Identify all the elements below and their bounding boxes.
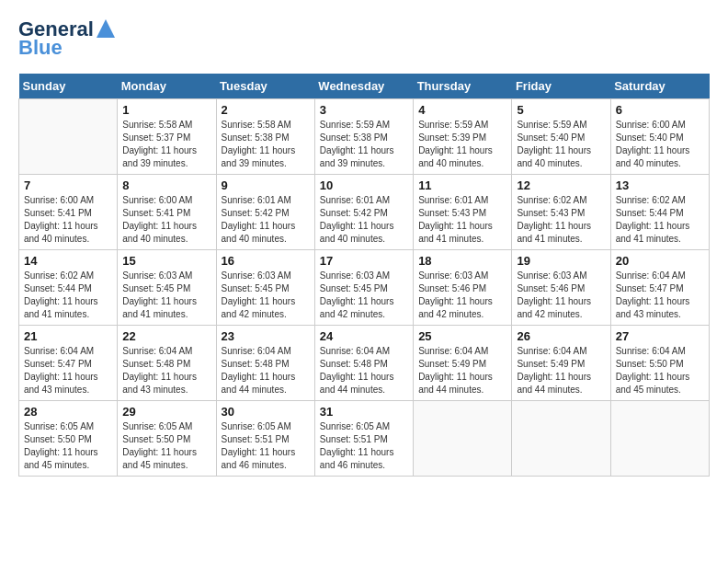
day-number: 13 [616, 178, 704, 192]
day-info: Sunrise: 6:03 AMSunset: 5:46 PMDaylight:… [517, 270, 605, 321]
day-number: 27 [616, 329, 704, 343]
day-number: 6 [616, 103, 704, 117]
day-info: Sunrise: 5:59 AMSunset: 5:40 PMDaylight:… [517, 119, 605, 170]
day-number: 26 [517, 329, 605, 343]
calendar-cell: 22Sunrise: 6:04 AMSunset: 5:48 PMDayligh… [118, 326, 216, 401]
day-number: 3 [320, 103, 408, 117]
day-info: Sunrise: 6:04 AMSunset: 5:47 PMDaylight:… [24, 345, 112, 396]
logo-triangle-icon [97, 19, 115, 38]
calendar-cell: 26Sunrise: 6:04 AMSunset: 5:49 PMDayligh… [512, 326, 610, 401]
calendar-cell: 3Sunrise: 5:59 AMSunset: 5:38 PMDaylight… [314, 99, 413, 175]
day-info: Sunrise: 6:04 AMSunset: 5:49 PMDaylight:… [418, 345, 506, 396]
header-saturday: Saturday [610, 74, 709, 99]
header-wednesday: Wednesday [314, 74, 413, 99]
day-number: 18 [418, 254, 506, 268]
calendar-cell: 23Sunrise: 6:04 AMSunset: 5:48 PMDayligh… [216, 326, 314, 401]
calendar-cell: 28Sunrise: 6:05 AMSunset: 5:50 PMDayligh… [19, 401, 118, 477]
day-info: Sunrise: 6:05 AMSunset: 5:51 PMDaylight:… [320, 420, 408, 472]
day-number: 23 [222, 329, 310, 343]
calendar-cell: 1Sunrise: 5:58 AMSunset: 5:37 PMDaylight… [118, 99, 216, 175]
day-number: 5 [517, 103, 605, 117]
day-number: 15 [122, 254, 210, 268]
header-thursday: Thursday [414, 74, 512, 99]
calendar-cell [512, 401, 610, 477]
header-sunday: Sunday [19, 74, 118, 99]
day-info: Sunrise: 6:05 AMSunset: 5:50 PMDaylight:… [24, 420, 112, 472]
calendar-cell: 19Sunrise: 6:03 AMSunset: 5:46 PMDayligh… [512, 250, 610, 326]
day-number: 28 [24, 405, 112, 419]
day-info: Sunrise: 6:04 AMSunset: 5:50 PMDaylight:… [616, 345, 704, 396]
calendar-week-row: 21Sunrise: 6:04 AMSunset: 5:47 PMDayligh… [19, 326, 710, 401]
day-info: Sunrise: 6:03 AMSunset: 5:45 PMDaylight:… [222, 270, 310, 321]
day-number: 31 [320, 405, 408, 419]
calendar-cell: 4Sunrise: 5:59 AMSunset: 5:39 PMDaylight… [414, 99, 512, 175]
day-number: 29 [122, 405, 210, 419]
day-info: Sunrise: 6:04 AMSunset: 5:49 PMDaylight:… [517, 345, 605, 396]
day-number: 11 [418, 178, 506, 192]
day-info: Sunrise: 6:04 AMSunset: 5:48 PMDaylight:… [222, 345, 310, 396]
calendar-cell [414, 401, 512, 477]
calendar-cell: 14Sunrise: 6:02 AMSunset: 5:44 PMDayligh… [19, 250, 118, 326]
day-number: 1 [122, 103, 210, 117]
day-number: 22 [122, 329, 210, 343]
calendar-cell: 12Sunrise: 6:02 AMSunset: 5:43 PMDayligh… [512, 175, 610, 250]
calendar-cell: 7Sunrise: 6:00 AMSunset: 5:41 PMDaylight… [19, 175, 118, 250]
header-tuesday: Tuesday [216, 74, 314, 99]
calendar-week-row: 28Sunrise: 6:05 AMSunset: 5:50 PMDayligh… [19, 401, 710, 477]
day-info: Sunrise: 6:00 AMSunset: 5:40 PMDaylight:… [616, 119, 704, 170]
day-number: 30 [222, 405, 310, 419]
calendar-cell: 13Sunrise: 6:02 AMSunset: 5:44 PMDayligh… [610, 175, 709, 250]
calendar-cell: 17Sunrise: 6:03 AMSunset: 5:45 PMDayligh… [314, 250, 413, 326]
header: General Blue [18, 18, 710, 59]
calendar-week-row: 7Sunrise: 6:00 AMSunset: 5:41 PMDaylight… [19, 175, 710, 250]
calendar-week-row: 14Sunrise: 6:02 AMSunset: 5:44 PMDayligh… [19, 250, 710, 326]
day-number: 10 [320, 178, 408, 192]
day-info: Sunrise: 5:58 AMSunset: 5:37 PMDaylight:… [122, 119, 210, 170]
day-info: Sunrise: 6:02 AMSunset: 5:43 PMDaylight:… [517, 194, 605, 246]
header-friday: Friday [512, 74, 610, 99]
calendar-cell: 9Sunrise: 6:01 AMSunset: 5:42 PMDaylight… [216, 175, 314, 250]
calendar-cell: 20Sunrise: 6:04 AMSunset: 5:47 PMDayligh… [610, 250, 709, 326]
calendar-cell [610, 401, 709, 477]
day-info: Sunrise: 6:04 AMSunset: 5:48 PMDaylight:… [122, 345, 210, 396]
day-number: 17 [320, 254, 408, 268]
calendar-cell: 29Sunrise: 6:05 AMSunset: 5:50 PMDayligh… [118, 401, 216, 477]
calendar-cell: 30Sunrise: 6:05 AMSunset: 5:51 PMDayligh… [216, 401, 314, 477]
calendar-header-row: SundayMondayTuesdayWednesdayThursdayFrid… [19, 74, 710, 99]
day-info: Sunrise: 6:03 AMSunset: 5:45 PMDaylight:… [320, 270, 408, 321]
calendar-cell: 31Sunrise: 6:05 AMSunset: 5:51 PMDayligh… [314, 401, 413, 477]
day-number: 20 [616, 254, 704, 268]
day-number: 25 [418, 329, 506, 343]
day-number: 16 [222, 254, 310, 268]
day-number: 8 [122, 178, 210, 192]
day-info: Sunrise: 6:05 AMSunset: 5:51 PMDaylight:… [222, 420, 310, 472]
calendar-cell: 21Sunrise: 6:04 AMSunset: 5:47 PMDayligh… [19, 326, 118, 401]
day-number: 14 [24, 254, 112, 268]
calendar-cell: 25Sunrise: 6:04 AMSunset: 5:49 PMDayligh… [414, 326, 512, 401]
day-info: Sunrise: 6:01 AMSunset: 5:42 PMDaylight:… [320, 194, 408, 246]
calendar-cell: 5Sunrise: 5:59 AMSunset: 5:40 PMDaylight… [512, 99, 610, 175]
day-number: 9 [222, 178, 310, 192]
day-info: Sunrise: 6:03 AMSunset: 5:45 PMDaylight:… [122, 270, 210, 321]
day-number: 12 [517, 178, 605, 192]
logo-text-blue: Blue [18, 37, 63, 59]
day-info: Sunrise: 6:02 AMSunset: 5:44 PMDaylight:… [616, 194, 704, 246]
calendar-cell: 2Sunrise: 5:58 AMSunset: 5:38 PMDaylight… [216, 99, 314, 175]
day-number: 24 [320, 329, 408, 343]
day-info: Sunrise: 6:01 AMSunset: 5:43 PMDaylight:… [418, 194, 506, 246]
day-number: 19 [517, 254, 605, 268]
calendar-week-row: 1Sunrise: 5:58 AMSunset: 5:37 PMDaylight… [19, 99, 710, 175]
calendar-table: SundayMondayTuesdayWednesdayThursdayFrid… [18, 74, 710, 477]
header-monday: Monday [118, 74, 216, 99]
svg-marker-0 [97, 19, 115, 38]
day-info: Sunrise: 5:59 AMSunset: 5:39 PMDaylight:… [418, 119, 506, 170]
calendar-cell: 10Sunrise: 6:01 AMSunset: 5:42 PMDayligh… [314, 175, 413, 250]
calendar-cell: 11Sunrise: 6:01 AMSunset: 5:43 PMDayligh… [414, 175, 512, 250]
calendar-cell: 18Sunrise: 6:03 AMSunset: 5:46 PMDayligh… [414, 250, 512, 326]
day-info: Sunrise: 6:04 AMSunset: 5:47 PMDaylight:… [616, 270, 704, 321]
calendar-cell: 15Sunrise: 6:03 AMSunset: 5:45 PMDayligh… [118, 250, 216, 326]
calendar-cell: 27Sunrise: 6:04 AMSunset: 5:50 PMDayligh… [610, 326, 709, 401]
calendar-cell [19, 99, 118, 175]
page-container: General Blue SundayMondayTuesdayWednesda… [18, 18, 710, 477]
calendar-cell: 24Sunrise: 6:04 AMSunset: 5:48 PMDayligh… [314, 326, 413, 401]
